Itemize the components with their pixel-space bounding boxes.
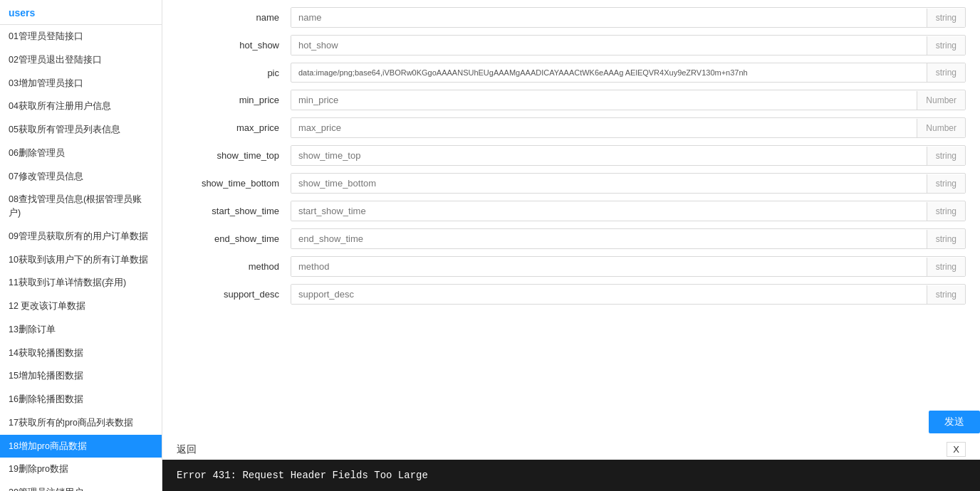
field-input-pic[interactable]: [291, 64, 927, 81]
main-content: namestringhot_showstringpicstringmin_pri…: [162, 0, 980, 491]
field-input-wrap-show_time_bottom: string: [291, 173, 966, 194]
field-type-badge-start_show_time: string: [927, 202, 965, 221]
field-input-wrap-hot_show: string: [291, 35, 966, 56]
form-row-start_show_time: start_show_timestring: [177, 201, 966, 221]
field-input-end_show_time[interactable]: [291, 229, 927, 248]
field-input-method[interactable]: [291, 257, 927, 276]
field-type-badge-max_price: Number: [917, 119, 965, 137]
form-row-show_time_bottom: show_time_bottomstring: [177, 173, 966, 194]
form-row-method: methodstring: [177, 256, 966, 277]
field-label-support_desc: support_desc: [177, 289, 291, 300]
sidebar-item-20[interactable]: 20管理员注销用户: [0, 481, 162, 491]
field-label-min_price: min_price: [177, 95, 291, 105]
field-input-max_price[interactable]: [291, 118, 917, 137]
field-input-wrap-start_show_time: string: [291, 201, 966, 221]
field-input-show_time_top[interactable]: [291, 146, 927, 165]
sidebar-item-10[interactable]: 10获取到该用户下的所有订单数据: [0, 248, 162, 272]
field-type-badge-hot_show: string: [927, 36, 965, 55]
field-label-max_price: max_price: [177, 122, 291, 133]
field-input-start_show_time[interactable]: [291, 201, 927, 221]
form-row-pic: picstring: [177, 63, 966, 83]
sidebar-item-03[interactable]: 03增加管理员接口: [0, 72, 162, 95]
field-type-badge-name: string: [927, 9, 965, 27]
field-type-badge-show_time_top: string: [927, 147, 965, 165]
form-row-max_price: max_priceNumber: [177, 117, 966, 138]
field-input-wrap-max_price: Number: [291, 117, 966, 138]
sidebar: users 01管理员登陆接口02管理员退出登陆接口03增加管理员接口04获取所…: [0, 0, 162, 491]
field-input-wrap-show_time_top: string: [291, 145, 966, 166]
sidebar-item-06[interactable]: 06删除管理员: [0, 142, 162, 165]
send-button[interactable]: 发送: [929, 411, 980, 433]
sidebar-item-15[interactable]: 15增加轮播图数据: [0, 364, 162, 388]
field-type-badge-min_price: Number: [917, 91, 965, 110]
field-input-wrap-end_show_time: string: [291, 228, 966, 249]
error-message: Error 431: Request Header Fields Too Lar…: [177, 470, 428, 481]
sidebar-item-14[interactable]: 14获取轮播图数据: [0, 342, 162, 365]
field-label-start_show_time: start_show_time: [177, 206, 291, 216]
form-row-show_time_top: show_time_topstring: [177, 145, 966, 166]
form-row-min_price: min_priceNumber: [177, 90, 966, 110]
sidebar-item-19[interactable]: 19删除pro数据: [0, 458, 162, 481]
field-input-wrap-pic: string: [291, 63, 966, 83]
sidebar-header: users: [0, 3, 162, 25]
field-label-end_show_time: end_show_time: [177, 233, 291, 244]
sidebar-item-09[interactable]: 09管理员获取所有的用户订单数据: [0, 225, 162, 248]
field-input-wrap-support_desc: string: [291, 284, 966, 305]
sidebar-item-11[interactable]: 11获取到订单详情数据(弃用): [0, 271, 162, 295]
field-label-name: name: [177, 12, 291, 23]
field-label-pic: pic: [177, 68, 291, 78]
sidebar-item-01[interactable]: 01管理员登陆接口: [0, 25, 162, 48]
field-input-wrap-method: string: [291, 256, 966, 277]
form-row-hot_show: hot_showstring: [177, 35, 966, 56]
return-label: 返回: [177, 443, 197, 456]
field-label-show_time_bottom: show_time_bottom: [177, 178, 291, 189]
field-type-badge-support_desc: string: [927, 285, 965, 304]
sidebar-item-12[interactable]: 12 更改该订单数据: [0, 295, 162, 318]
field-input-show_time_bottom[interactable]: [291, 174, 927, 193]
field-type-badge-show_time_bottom: string: [927, 174, 965, 193]
form-row-name: namestring: [177, 7, 966, 28]
field-input-wrap-min_price: Number: [291, 90, 966, 110]
error-bar: Error 431: Request Header Fields Too Lar…: [162, 460, 980, 491]
field-input-support_desc[interactable]: [291, 285, 927, 304]
field-input-hot_show[interactable]: [291, 36, 927, 55]
sidebar-item-04[interactable]: 04获取所有注册用户信息: [0, 95, 162, 118]
send-btn-row: 发送: [162, 411, 980, 433]
sidebar-item-13[interactable]: 13删除订单: [0, 318, 162, 342]
field-type-badge-pic: string: [927, 63, 965, 82]
field-type-badge-end_show_time: string: [927, 230, 965, 248]
sidebar-item-17[interactable]: 17获取所有的pro商品列表数据: [0, 411, 162, 435]
field-input-min_price[interactable]: [291, 90, 917, 110]
field-label-show_time_top: show_time_top: [177, 150, 291, 161]
sidebar-item-07[interactable]: 07修改管理员信息: [0, 165, 162, 189]
form-row-support_desc: support_descstring: [177, 284, 966, 305]
field-type-badge-method: string: [927, 258, 965, 276]
field-label-method: method: [177, 261, 291, 272]
sidebar-item-16[interactable]: 16删除轮播图数据: [0, 388, 162, 411]
sidebar-item-02[interactable]: 02管理员退出登陆接口: [0, 48, 162, 72]
sidebar-item-08[interactable]: 08查找管理员信息(根据管理员账户): [0, 188, 162, 225]
field-input-name[interactable]: [291, 8, 927, 27]
form-area: namestringhot_showstringpicstringmin_pri…: [162, 0, 980, 405]
field-input-wrap-name: string: [291, 7, 966, 28]
close-button[interactable]: X: [947, 442, 966, 457]
sidebar-item-05[interactable]: 05获取所有管理员列表信息: [0, 118, 162, 142]
sidebar-item-18[interactable]: 18增加pro商品数据: [0, 435, 162, 458]
form-row-end_show_time: end_show_timestring: [177, 228, 966, 249]
field-label-hot_show: hot_show: [177, 40, 291, 51]
return-row: 返回 X: [162, 436, 980, 460]
